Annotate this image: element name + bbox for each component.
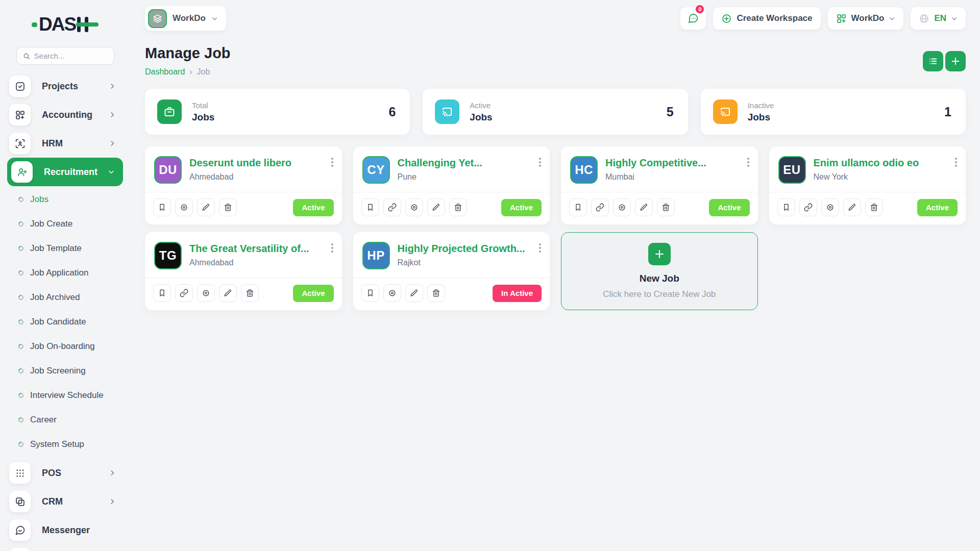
edit-button[interactable] — [197, 198, 215, 216]
sidebar-item-hospital[interactable]: Hospital — [7, 544, 123, 551]
delete-button[interactable] — [449, 198, 467, 216]
bookmark-button[interactable] — [569, 198, 587, 216]
job-card: HP Highly Projected Growth... Rajkot In … — [353, 232, 550, 310]
kebab-menu-icon[interactable] — [537, 156, 543, 169]
stat-card-total-jobs: Total Jobs 6 — [145, 89, 410, 135]
sidebar-item-projects[interactable]: Projects — [7, 72, 123, 101]
cast-icon — [435, 99, 459, 124]
checkbox-icon — [9, 76, 31, 97]
list-view-button[interactable] — [923, 51, 943, 71]
link-icon — [596, 203, 604, 212]
edit-button[interactable] — [405, 284, 423, 302]
view-actions — [923, 51, 966, 71]
subitem-label: Jobs — [30, 194, 48, 205]
job-title-link[interactable]: Highly Projected Growth... — [398, 243, 525, 255]
search-input[interactable] — [34, 52, 107, 60]
copy-link-button[interactable] — [591, 198, 609, 216]
view-button[interactable] — [197, 284, 215, 302]
sidebar-subitem-job-onboarding[interactable]: Job On-boarding — [7, 334, 123, 359]
chevron-down-icon — [211, 15, 218, 22]
sidebar-subitem-job-candidate[interactable]: Job Candidate — [7, 310, 123, 334]
briefcase-icon — [157, 99, 182, 124]
search-icon — [23, 52, 30, 60]
sidebar-item-messenger[interactable]: Messenger — [7, 516, 123, 544]
sidebar-item-accounting[interactable]: Accounting — [7, 101, 123, 129]
bullet-ring-icon — [17, 367, 24, 374]
copy-link-button[interactable] — [799, 198, 817, 216]
delete-button[interactable] — [219, 198, 237, 216]
view-button[interactable] — [383, 284, 401, 302]
language-selector[interactable]: EN — [911, 7, 966, 30]
sidebar-item-recruitment[interactable]: Recruitment — [7, 158, 123, 186]
copy-link-button[interactable] — [175, 284, 193, 302]
job-location: Ahmedabad — [189, 258, 309, 267]
sidebar-subitem-jobs[interactable]: Jobs — [7, 187, 123, 212]
create-workspace-button[interactable]: Create Workspace — [713, 7, 820, 30]
sidebar-subitem-job-template[interactable]: Job Template — [7, 236, 123, 261]
job-title-link[interactable]: Deserunt unde libero — [189, 157, 291, 169]
job-title-link[interactable]: Enim ullamco odio eo — [814, 157, 919, 169]
sidebar-item-crm[interactable]: CRM — [7, 487, 123, 516]
notifications-button[interactable]: 0 — [680, 7, 706, 30]
kebab-menu-icon[interactable] — [953, 156, 959, 169]
breadcrumb-dashboard-link[interactable]: Dashboard — [145, 67, 185, 77]
link-icon — [804, 203, 813, 212]
create-workspace-label: Create Workspace — [737, 13, 812, 23]
sidebar-subitem-career[interactable]: Career — [7, 408, 123, 432]
job-location: New York — [814, 172, 919, 182]
kebab-menu-icon[interactable] — [745, 156, 751, 169]
app-logo[interactable]: DAS — [0, 12, 130, 37]
sidebar-item-pos[interactable]: POS — [7, 459, 123, 487]
bullet-ring-icon — [17, 392, 24, 399]
kebab-menu-icon[interactable] — [537, 241, 543, 255]
workspace-menu-button[interactable]: WorkDo — [828, 7, 904, 30]
workspace-selector[interactable]: WorkDo — [145, 6, 226, 31]
copy-link-button[interactable] — [383, 198, 401, 216]
eye-icon — [410, 203, 419, 212]
delete-button[interactable] — [865, 198, 883, 216]
create-job-button[interactable] — [945, 51, 966, 71]
subitem-label: Job Screening — [30, 366, 86, 376]
bookmark-button[interactable] — [153, 284, 171, 302]
bookmark-button[interactable] — [361, 284, 379, 302]
kebab-menu-icon[interactable] — [329, 241, 335, 255]
grid-plus-icon — [9, 104, 31, 126]
breadcrumb: Dashboard › Job — [145, 67, 231, 77]
job-title-link[interactable]: Challenging Yet... — [398, 157, 482, 169]
sidebar-subitem-job-archived[interactable]: Job Archived — [7, 285, 123, 310]
globe-icon — [919, 13, 929, 24]
job-title-link[interactable]: The Great Versatility of... — [189, 243, 309, 255]
eye-icon — [618, 203, 626, 212]
delete-button[interactable] — [241, 284, 259, 302]
sidebar-subitem-job-create[interactable]: Job Create — [7, 212, 123, 236]
sidebar-subitem-system-setup[interactable]: System Setup — [7, 432, 123, 457]
delete-button[interactable] — [427, 284, 445, 302]
sidebar-item-hrm[interactable]: HRM — [7, 129, 123, 158]
sidebar-subitem-job-application[interactable]: Job Application — [7, 261, 123, 285]
pencil-icon — [410, 289, 419, 297]
edit-button[interactable] — [427, 198, 445, 216]
bullet-ring-icon — [17, 318, 24, 325]
job-card: CY Challenging Yet... Pune Active — [353, 146, 550, 224]
bookmark-button[interactable] — [361, 198, 379, 216]
view-button[interactable] — [175, 198, 193, 216]
stat-value: 1 — [944, 105, 951, 119]
view-button[interactable] — [821, 198, 839, 216]
edit-button[interactable] — [843, 198, 861, 216]
delete-button[interactable] — [657, 198, 675, 216]
edit-button[interactable] — [635, 198, 653, 216]
job-title-link[interactable]: Highly Competitive... — [605, 157, 706, 169]
bookmark-button[interactable] — [153, 198, 171, 216]
chat-notification-icon — [688, 13, 699, 24]
new-job-card[interactable]: New Job Click here to Create New Job — [561, 232, 758, 310]
view-button[interactable] — [405, 198, 423, 216]
edit-button[interactable] — [219, 284, 237, 302]
sidebar-subitem-job-screening[interactable]: Job Screening — [7, 359, 123, 383]
job-avatar: TG — [154, 242, 182, 269]
sidebar-subitem-interview-schedule[interactable]: Interview Schedule — [7, 383, 123, 408]
job-avatar: HC — [570, 156, 598, 184]
kebab-menu-icon[interactable] — [329, 156, 335, 169]
view-button[interactable] — [613, 198, 631, 216]
bullet-ring-icon — [17, 196, 24, 203]
bookmark-button[interactable] — [777, 198, 795, 216]
